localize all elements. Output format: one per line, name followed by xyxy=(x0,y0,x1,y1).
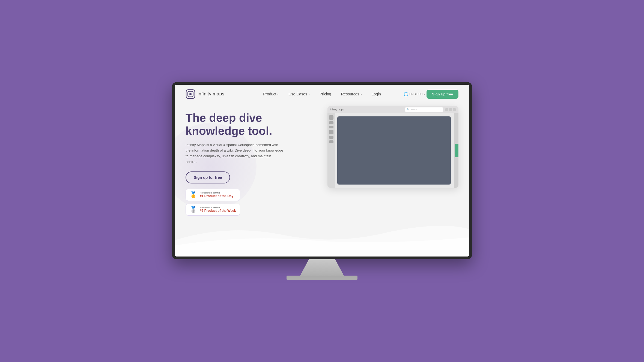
nav-item-usecases[interactable]: Use Cases ▾ xyxy=(288,92,309,96)
monitor-screen: infinity maps Product ▾ Use Cases ▾ Pric… xyxy=(172,82,472,259)
nav-links: Product ▾ Use Cases ▾ Pricing Resources … xyxy=(263,92,381,96)
chevron-down-icon: ▾ xyxy=(360,93,362,96)
chevron-down-icon: ▾ xyxy=(308,93,310,96)
svg-point-2 xyxy=(189,93,192,95)
search-icon: 🔍 xyxy=(407,108,409,111)
badges-area: 🥇 PRODUCT HUNT #1 Product of the Day 🥈 P… xyxy=(186,189,306,216)
chevron-down-icon: ▾ xyxy=(277,93,279,96)
tool-5[interactable] xyxy=(329,136,333,139)
tool-3[interactable] xyxy=(329,126,333,128)
app-titlebar: infinity maps 🔍 Search... xyxy=(327,106,458,113)
monitor-wrapper: infinity maps Product ▾ Use Cases ▾ Pric… xyxy=(172,82,472,280)
hero-title: The deep dive knowledge tool. xyxy=(186,111,306,138)
tool-2[interactable] xyxy=(329,121,333,124)
navbar: infinity maps Product ▾ Use Cases ▾ Pric… xyxy=(175,85,469,103)
nav-item-pricing[interactable]: Pricing xyxy=(320,92,331,96)
titlebar-icons xyxy=(445,108,456,111)
badge-product-week[interactable]: 🥈 PRODUCT HUNT #2 Product of the Week xyxy=(186,204,240,216)
app-toolbar-sidebar xyxy=(327,113,335,188)
tool-4[interactable] xyxy=(329,130,333,134)
signup-button[interactable]: Sign Up free xyxy=(427,90,458,99)
hero-section: The deep dive knowledge tool. Infinity M… xyxy=(175,103,469,257)
logo-text: infinity maps xyxy=(198,91,224,97)
app-window: infinity maps 🔍 Search... xyxy=(327,106,458,188)
medal-silver-icon: 🥈 xyxy=(190,206,197,213)
nav-right-area: 🌐 ENGLISH ▾ Sign Up free xyxy=(404,90,458,99)
nav-item-resources[interactable]: Resources ▾ xyxy=(341,92,362,96)
language-selector[interactable]: 🌐 ENGLISH ▾ xyxy=(404,92,425,96)
badge-product-day[interactable]: 🥇 PRODUCT HUNT #1 Product of the Day xyxy=(186,189,240,201)
logo-icon xyxy=(186,89,195,99)
app-right-panel xyxy=(454,113,458,188)
tool-1[interactable] xyxy=(329,115,333,120)
screen-content: infinity maps Product ▾ Use Cases ▾ Pric… xyxy=(175,85,469,257)
tool-6[interactable] xyxy=(329,140,333,143)
globe-icon: 🌐 xyxy=(404,92,408,96)
feedback-tab[interactable] xyxy=(455,144,458,157)
badge-week-text: PRODUCT HUNT #2 Product of the Week xyxy=(200,206,236,213)
app-logo-label: infinity maps xyxy=(330,108,344,111)
app-body xyxy=(327,113,458,188)
window-control-1 xyxy=(445,108,448,111)
app-canvas xyxy=(337,116,451,185)
nav-item-product[interactable]: Product ▾ xyxy=(263,92,279,96)
search-placeholder: Search... xyxy=(410,108,419,111)
cta-signup-button[interactable]: Sign up for free xyxy=(186,171,230,183)
titlebar-search[interactable]: 🔍 Search... xyxy=(405,107,443,112)
window-control-3 xyxy=(453,108,456,111)
hero-left: The deep dive knowledge tool. Infinity M… xyxy=(186,106,306,251)
monitor-stand xyxy=(300,259,344,276)
chevron-down-icon: ▾ xyxy=(424,93,425,96)
hero-description: Infinity Maps is a visual & spatial work… xyxy=(186,142,284,165)
badge-day-text: PRODUCT HUNT #1 Product of the Day xyxy=(200,192,233,198)
hero-right: infinity maps 🔍 Search... xyxy=(311,106,458,251)
nav-item-login[interactable]: Login xyxy=(372,92,381,96)
window-control-2 xyxy=(449,108,452,111)
logo-area[interactable]: infinity maps xyxy=(186,89,224,99)
monitor-base xyxy=(287,276,357,280)
medal-gold-icon: 🥇 xyxy=(190,191,197,198)
